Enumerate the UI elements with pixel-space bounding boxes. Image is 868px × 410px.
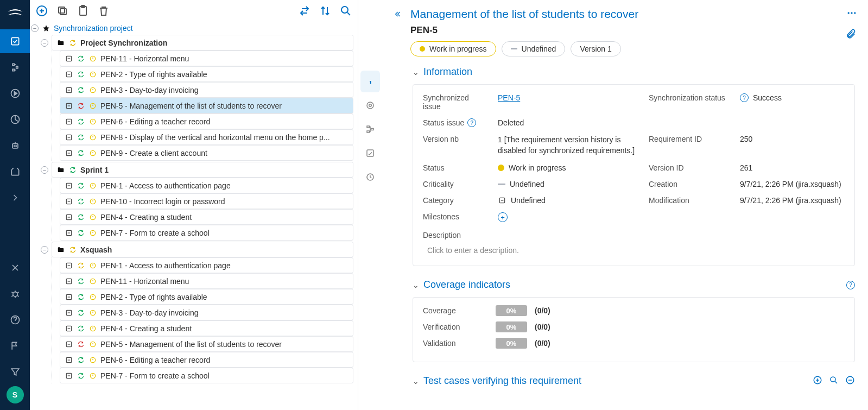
tab-target[interactable] [360, 94, 380, 116]
help-icon[interactable]: ? [846, 281, 855, 289]
box-minus-icon [65, 149, 73, 157]
tree-folder[interactable]: Sprint 1 [52, 162, 353, 178]
user-avatar[interactable]: S [7, 386, 24, 403]
label-status: Status [423, 163, 488, 172]
collapse-toggle[interactable]: − [31, 24, 39, 32]
nav-campaigns[interactable] [0, 81, 30, 105]
value-status[interactable]: Work in progress [498, 163, 639, 172]
tab-hierarchy[interactable] [360, 118, 380, 140]
delete-icon[interactable] [97, 4, 110, 17]
collapse-toggle[interactable]: − [41, 39, 48, 47]
tree-item[interactable]: PEN-11 - Horizontal menu [60, 273, 353, 289]
project-name[interactable]: Synchronization project [54, 24, 133, 33]
nav-dashboard[interactable] [0, 108, 30, 131]
value-category[interactable]: Undefined [498, 196, 639, 205]
nav-flag[interactable] [0, 334, 30, 358]
nav-filter[interactable] [0, 360, 30, 384]
tree-item[interactable]: PEN-4 - Creating a student [60, 209, 353, 225]
tree-item[interactable]: PEN-9 - Create a client account [60, 145, 353, 161]
chip-version[interactable]: Version 1 [571, 41, 620, 56]
collapse-detail-icon[interactable] [393, 8, 402, 20]
chip-status[interactable]: Work in progress [410, 41, 496, 56]
attachment-icon[interactable] [845, 33, 856, 42]
status-icon [88, 213, 97, 222]
add-testcase-icon[interactable] [813, 375, 822, 387]
nav-automation[interactable] [0, 134, 30, 157]
tree-item[interactable]: PEN-5 - Management of the list of studen… [60, 98, 353, 113]
search-icon[interactable] [339, 4, 352, 17]
nav-testcases[interactable] [0, 55, 30, 79]
svg-point-60 [851, 12, 852, 14]
tab-info[interactable] [360, 71, 380, 92]
nav-requirements[interactable] [0, 29, 30, 53]
label-status-issue: Status issue? [423, 118, 488, 127]
label-req-id: Requirement ID [649, 135, 730, 143]
tree-item[interactable]: PEN-7 - Form to create a school [60, 368, 353, 383]
tree-item[interactable]: PEN-4 - Creating a student [60, 320, 353, 336]
value-version-nb: 1 [The requirement version history is di… [498, 135, 639, 156]
tree-item[interactable]: PEN-7 - Form to create a school [60, 225, 353, 241]
chevron-down-icon[interactable]: ⌄ [413, 68, 419, 77]
detail-panel: Management of the list of students to re… [382, 0, 868, 410]
paste-icon[interactable] [77, 4, 90, 17]
tree-item[interactable]: PEN-1 - Access to authentication page [60, 257, 353, 273]
sort-icon[interactable] [319, 4, 332, 17]
tree-item[interactable]: PEN-11 - Horizontal menu [60, 51, 353, 66]
box-minus-icon [65, 197, 73, 206]
sync-icon [68, 245, 77, 254]
svg-rect-0 [11, 37, 18, 45]
description-field[interactable]: Click to enter a description. [423, 244, 845, 257]
tree-body: − Synchronization project −Project Synch… [30, 22, 358, 410]
box-minus-icon [65, 356, 73, 364]
tree-item[interactable]: PEN-1 - Access to authentication page [60, 178, 353, 193]
collapse-toggle[interactable]: − [41, 246, 48, 254]
sync-icon [77, 181, 85, 190]
status-icon [88, 308, 97, 317]
tree-item[interactable]: PEN-5 - Management of the list of studen… [60, 336, 353, 352]
nav-bugs[interactable] [0, 282, 30, 306]
tab-edit[interactable] [360, 142, 380, 164]
nav-tools[interactable] [0, 256, 30, 280]
copy-icon[interactable] [56, 4, 69, 17]
status-icon [88, 149, 97, 157]
value-sync-issue[interactable]: PEN-5 [498, 93, 639, 102]
tree-item[interactable]: PEN-3 - Day-to-day invoicing [60, 305, 353, 320]
collapse-toggle[interactable]: − [41, 166, 48, 174]
label-version-id: Version ID [649, 163, 730, 172]
tab-history[interactable] [360, 166, 380, 188]
sync-icon [77, 356, 85, 364]
tree-item[interactable]: PEN-3 - Day-to-day invoicing [60, 82, 353, 98]
nav-expand[interactable] [0, 186, 30, 210]
tree-folder[interactable]: Xsquash [52, 242, 353, 257]
chip-criticality[interactable]: Undefined [502, 41, 566, 56]
box-minus-icon [65, 324, 73, 333]
sync-icon [77, 261, 85, 270]
value-sync-status: ?Success [740, 93, 845, 102]
app-logo [5, 4, 25, 24]
svg-rect-57 [367, 150, 373, 156]
tree-item[interactable]: PEN-6 - Editing a teacher record [60, 352, 353, 368]
add-icon[interactable] [35, 4, 48, 17]
sync-icon [77, 229, 85, 237]
tree-item[interactable]: PEN-2 - Type of rights available [60, 66, 353, 82]
tree-item[interactable]: PEN-10 - Incorrect login or password [60, 193, 353, 209]
tree-item[interactable]: PEN-8 - Display of the vertical and hori… [60, 129, 353, 145]
tree-item[interactable]: PEN-6 - Editing a teacher record [60, 113, 353, 129]
more-icon[interactable] [846, 8, 857, 20]
label-milestones: Milestones [423, 212, 488, 221]
value-req-id: 250 [740, 135, 845, 143]
sync-icon [77, 371, 85, 380]
status-icon [88, 197, 97, 206]
tree-folder[interactable]: Project Synchronization [52, 35, 353, 51]
search-testcase-icon[interactable] [829, 375, 839, 387]
sync-icon [77, 197, 85, 206]
remove-testcase-icon[interactable] [845, 375, 855, 387]
nav-help[interactable] [0, 308, 30, 332]
add-milestone-icon[interactable]: + [498, 212, 508, 222]
value-criticality[interactable]: Undefined [498, 180, 639, 188]
chevron-down-icon[interactable]: ⌄ [413, 281, 419, 289]
swap-icon[interactable] [298, 4, 311, 17]
chevron-down-icon[interactable]: ⌄ [413, 377, 419, 386]
tree-item[interactable]: PEN-2 - Type of rights available [60, 289, 353, 305]
nav-reports[interactable] [0, 160, 30, 184]
